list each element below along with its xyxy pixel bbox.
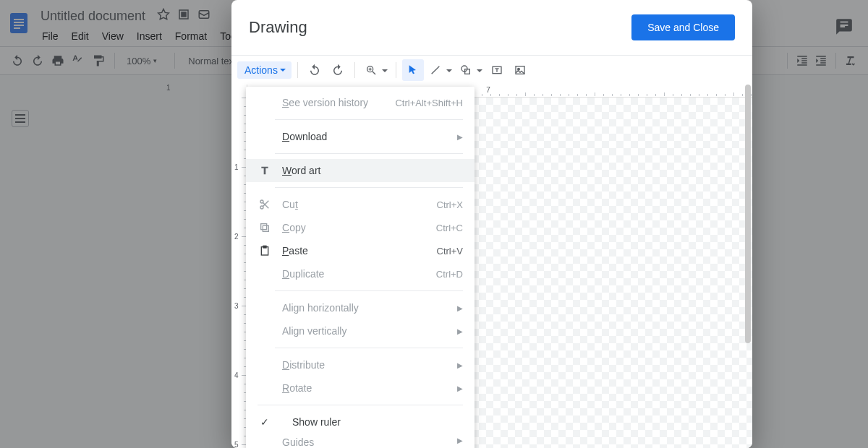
svg-line-10 <box>373 72 375 74</box>
menu-item-copy: CopyCtrl+C <box>246 216 475 239</box>
menu-item-guides: Guides▶ <box>246 434 475 448</box>
save-and-close-button[interactable]: Save and Close <box>631 14 735 40</box>
menu-divider <box>275 348 463 348</box>
drawing-toolbar: Actions <box>231 56 752 85</box>
wordart-icon <box>258 163 272 178</box>
actions-menu: See version historyCtrl+Alt+Shift+HDownl… <box>246 87 475 448</box>
menu-divider <box>275 153 463 154</box>
shape-tool-icon[interactable] <box>456 59 485 81</box>
menu-item-cut: CutCtrl+X <box>246 193 475 216</box>
submenu-arrow-icon: ▶ <box>457 133 463 141</box>
blank-icon <box>258 358 272 372</box>
zoom-tool-icon[interactable] <box>361 59 390 81</box>
submenu-arrow-icon: ▶ <box>457 384 463 392</box>
submenu-arrow-icon: ▶ <box>457 361 463 369</box>
menu-item-rotate: Rotate▶ <box>246 376 475 400</box>
menu-item-label: See version history <box>282 97 385 108</box>
svg-point-20 <box>518 68 520 70</box>
menu-item-label: Rotate <box>282 382 447 394</box>
menu-item-label: Guides <box>282 436 447 448</box>
menu-item-align-horizontally: Align horizontally▶ <box>246 296 475 319</box>
menu-shortcut: Ctrl+C <box>436 223 463 233</box>
dialog-title: Drawing <box>249 18 307 37</box>
menu-shortcut: Ctrl+D <box>436 269 463 280</box>
menu-item-label: Distribute <box>282 359 447 371</box>
menu-divider <box>275 187 463 188</box>
menu-item-label: Cut <box>282 199 427 210</box>
copy-icon <box>258 220 272 235</box>
menu-item-label: Align vertically <box>282 325 447 337</box>
line-tool-icon[interactable] <box>425 59 454 81</box>
submenu-arrow-icon: ▶ <box>457 304 463 312</box>
menu-item-label: Word art <box>282 165 463 176</box>
canvas-scrollbar[interactable] <box>745 85 751 343</box>
submenu-arrow-icon: ▶ <box>457 327 463 335</box>
cut-icon <box>258 197 272 212</box>
menu-item-word-art[interactable]: Word art <box>246 159 475 182</box>
redo-icon[interactable] <box>327 59 349 81</box>
menu-item-align-vertically: Align vertically▶ <box>246 319 475 343</box>
menu-item-download[interactable]: Download▶ <box>246 125 475 148</box>
vertical-ruler: 12345 <box>231 85 247 448</box>
actions-dropdown-button[interactable]: Actions <box>237 61 292 79</box>
paste-icon <box>258 244 272 258</box>
menu-item-see-version-history: See version historyCtrl+Alt+Shift+H <box>246 91 475 114</box>
textbox-tool-icon[interactable] <box>486 59 508 81</box>
blank-icon <box>258 324 272 338</box>
menu-divider <box>275 119 463 120</box>
menu-shortcut: Ctrl+X <box>437 199 463 210</box>
menu-shortcut: Ctrl+Alt+Shift+H <box>395 98 463 108</box>
menu-shortcut: Ctrl+V <box>437 246 463 257</box>
menu-divider <box>258 405 463 405</box>
blank-icon <box>258 436 272 448</box>
undo-icon[interactable] <box>304 59 326 81</box>
menu-item-label: Copy <box>282 222 426 233</box>
menu-item-show-ruler[interactable]: Show ruler <box>246 410 475 434</box>
blank-icon <box>258 381 272 395</box>
blank-icon <box>258 267 272 281</box>
menu-item-label: Show ruler <box>292 416 463 428</box>
svg-rect-25 <box>263 225 268 231</box>
blank-icon <box>258 95 272 110</box>
menu-item-duplicate: DuplicateCtrl+D <box>246 262 475 285</box>
select-tool-icon[interactable] <box>402 59 424 81</box>
menu-item-label: Duplicate <box>282 268 426 280</box>
image-tool-icon[interactable] <box>509 59 531 81</box>
svg-rect-26 <box>261 224 267 230</box>
menu-item-distribute: Distribute▶ <box>246 353 475 376</box>
blank-icon <box>258 129 272 144</box>
menu-divider <box>275 290 463 291</box>
submenu-arrow-icon: ▶ <box>457 436 463 444</box>
menu-item-label: Paste <box>282 245 427 257</box>
menu-item-paste[interactable]: PasteCtrl+V <box>246 239 475 262</box>
svg-rect-28 <box>263 246 266 248</box>
menu-item-label: Align horizontally <box>282 302 447 314</box>
menu-item-label: Download <box>282 131 447 142</box>
svg-line-13 <box>432 66 440 74</box>
blank-icon <box>258 301 272 315</box>
